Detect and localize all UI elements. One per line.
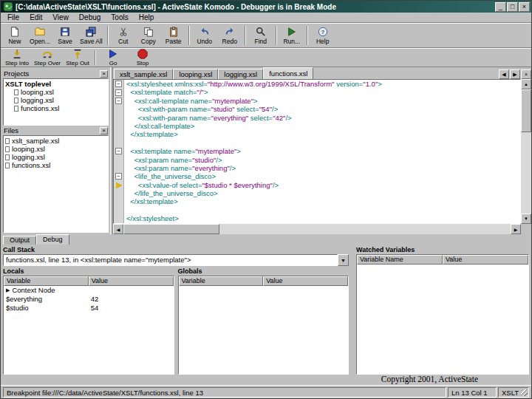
undo-button[interactable]: Undo	[192, 24, 217, 47]
step-over-button[interactable]: Step Over	[32, 50, 63, 66]
code-text[interactable]	[124, 139, 126, 147]
project-file-item[interactable]: functions.xsl	[5, 104, 106, 112]
code-margin[interactable]	[114, 206, 124, 214]
code-text[interactable]: <xsl:with-param name="studio" select="54…	[124, 105, 278, 113]
code-text[interactable]: </xsl:call-template>	[124, 122, 194, 130]
code-margin[interactable]	[114, 214, 124, 222]
vscroll-thumb[interactable]	[521, 89, 531, 132]
project-file-item[interactable]: logging.xsl	[5, 96, 106, 104]
projects-close-button[interactable]: ×	[100, 70, 108, 78]
tab-debug[interactable]: Debug	[36, 234, 69, 245]
fold-marker-icon[interactable]: −	[115, 148, 122, 154]
tab-scroll-left-icon[interactable]: ◀	[499, 69, 509, 79]
hscroll-track[interactable]	[123, 224, 511, 234]
tab-xslt-sample[interactable]: xslt_sample.xsl	[114, 69, 173, 79]
menu-file[interactable]: File	[2, 13, 24, 21]
copy-button[interactable]: Copy	[136, 24, 161, 47]
code-margin[interactable]: −	[114, 97, 124, 105]
vertical-scrollbar[interactable]: ▲ ▼	[521, 79, 531, 224]
titlebar[interactable]: [C:\data\ActiveState\XSLT\functions.xsl]…	[1, 1, 531, 13]
help-button[interactable]: ? Help	[310, 24, 335, 47]
tab-output[interactable]: Output	[3, 236, 36, 245]
fold-marker-icon[interactable]: −	[115, 173, 122, 180]
current-line-margin[interactable]	[114, 181, 124, 189]
code-text[interactable]: <life_the_universe_disco>	[124, 172, 216, 180]
code-margin[interactable]	[114, 114, 124, 122]
project-node[interactable]: XSLT toplevel	[5, 80, 106, 88]
step-out-button[interactable]: Step Out	[63, 50, 92, 66]
call-stack-combobox[interactable]: functions.xsl, line 13, in <xsl:template…	[3, 254, 349, 266]
combo-dropdown-icon[interactable]: ▼	[338, 254, 349, 266]
fold-marker-icon[interactable]: −	[115, 81, 122, 87]
menu-help[interactable]: Help	[134, 13, 160, 21]
code-text[interactable]: </xsl:template>	[124, 197, 178, 205]
column-header-variable[interactable]: Variable	[179, 276, 264, 286]
code-margin[interactable]	[114, 139, 124, 147]
go-button[interactable]: Go	[98, 50, 128, 66]
code-text[interactable]: <xsl:param name="studio"/>	[124, 156, 222, 164]
code-margin[interactable]	[114, 197, 124, 205]
code-text[interactable]: <xsl:param name="everything"/>	[124, 164, 236, 172]
horizontal-scrollbar[interactable]: ◀ ▶	[113, 224, 531, 234]
file-list-item[interactable]: logging.xsl	[5, 153, 106, 161]
tab-looping[interactable]: looping.xsl	[173, 69, 218, 79]
tab-logging[interactable]: logging.xsl	[218, 69, 263, 79]
code-margin[interactable]: −	[114, 80, 124, 88]
fold-marker-icon[interactable]: −	[115, 98, 122, 104]
code-text[interactable]: </xsl:template>	[124, 130, 178, 138]
fold-marker-icon[interactable]: −	[115, 89, 122, 96]
code-text[interactable]: <xsl:template name="mytemplate">	[124, 147, 241, 155]
editor-close-icon[interactable]: ×	[521, 69, 531, 79]
scroll-left-icon[interactable]: ◀	[113, 224, 123, 234]
menu-debug[interactable]: Debug	[74, 13, 106, 21]
code-text[interactable]: <xsl:stylesheet xmlns:xsl="http://www.w3…	[124, 80, 382, 88]
file-list-item[interactable]: looping.xsl	[5, 145, 106, 153]
menu-tools[interactable]: Tools	[106, 13, 133, 21]
cut-button[interactable]: Cut	[111, 24, 136, 47]
vscroll-track[interactable]	[521, 89, 531, 214]
save-button[interactable]: Save	[52, 24, 78, 47]
table-row[interactable]: ▶Context Node	[4, 286, 174, 295]
stop-button[interactable]: Stop	[128, 50, 157, 66]
code-text[interactable]: </xsl:stylesheet>	[124, 214, 179, 222]
code-margin[interactable]	[114, 164, 124, 172]
code-margin[interactable]: −	[114, 88, 124, 96]
scroll-right-icon[interactable]: ▶	[511, 224, 521, 234]
code-area[interactable]: −<xsl:stylesheet xmlns:xsl="http://www.w…	[113, 79, 521, 224]
new-button[interactable]: New	[2, 24, 27, 47]
paste-button[interactable]: Paste	[161, 24, 186, 47]
code-margin[interactable]: −	[114, 172, 124, 180]
code-text[interactable]: <xsl:with-param name="everything" select…	[124, 114, 292, 122]
komodo-app-icon[interactable]	[2, 1, 13, 13]
save-all-button[interactable]: Save All	[78, 24, 105, 47]
code-text[interactable]: <xsl:value-of select="$studio * $everyth…	[124, 181, 279, 189]
maximize-button[interactable]: □	[507, 2, 518, 12]
code-margin[interactable]	[114, 122, 124, 130]
minimize-button[interactable]: _	[495, 2, 506, 12]
column-header-value[interactable]: Value	[89, 276, 174, 286]
step-into-button[interactable]: Step Into	[2, 50, 32, 66]
scroll-down-icon[interactable]: ▼	[521, 214, 531, 224]
table-row[interactable]: $studio 54	[4, 304, 174, 313]
expand-arrow-icon[interactable]: ▶	[6, 286, 10, 295]
call-stack-value[interactable]: functions.xsl, line 13, in <xsl:template…	[3, 254, 338, 266]
code-text[interactable]: </life_the_universe_disco>	[124, 189, 218, 197]
close-button[interactable]: ×	[519, 2, 530, 12]
code-margin[interactable]	[114, 189, 124, 197]
code-margin[interactable]: −	[114, 147, 124, 155]
run-button[interactable]: Run...	[279, 24, 304, 47]
open-button[interactable]: Open...	[27, 24, 52, 47]
file-list-item[interactable]: functions.xsl	[5, 161, 106, 169]
menu-view[interactable]: View	[47, 13, 74, 21]
find-button[interactable]: Find	[248, 24, 273, 47]
hscroll-thumb[interactable]	[123, 224, 219, 234]
project-file-item[interactable]: looping.xsl	[5, 88, 106, 96]
redo-button[interactable]: Redo	[217, 24, 242, 47]
code-margin[interactable]	[114, 130, 124, 138]
files-close-button[interactable]: ×	[100, 127, 108, 134]
tab-scroll-right-icon[interactable]: ▶	[510, 69, 520, 79]
code-margin[interactable]	[114, 105, 124, 113]
code-text[interactable]: <xsl:template match="/">	[124, 88, 208, 96]
file-list-item[interactable]: xslt_sample.xsl	[5, 137, 106, 145]
scroll-up-icon[interactable]: ▲	[521, 79, 531, 89]
